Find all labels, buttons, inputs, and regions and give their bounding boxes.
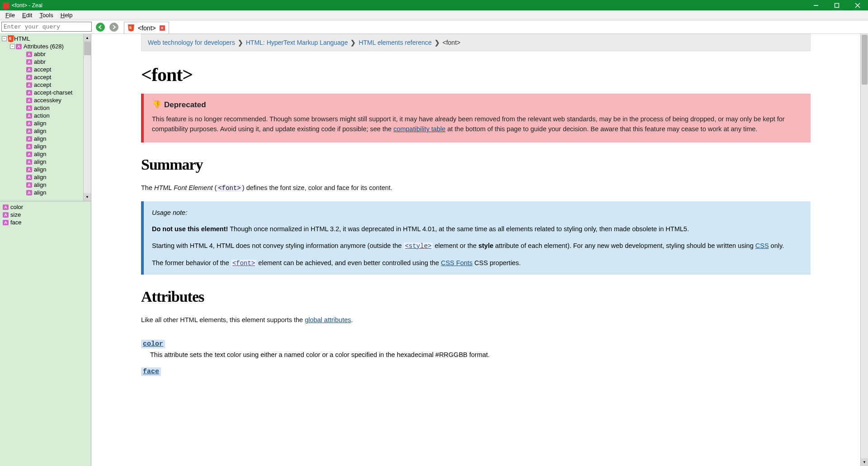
menu-tools[interactable]: Tools (36, 11, 57, 19)
tree-item[interactable]: Aalign (0, 181, 91, 189)
menu-help[interactable]: Help (57, 11, 76, 19)
crumb-elements[interactable]: HTML elements reference (359, 39, 431, 46)
style-element-link[interactable]: <style> (404, 243, 433, 250)
deprecated-banner: 👎Deprecated This feature is no longer re… (141, 94, 811, 143)
minimize-button[interactable] (806, 0, 826, 10)
content-scroll-thumb[interactable] (862, 35, 868, 85)
attributes-intro: Like all other HTML elements, this eleme… (141, 315, 811, 325)
local-attr-item[interactable]: Acolor (1, 203, 90, 211)
tree-item[interactable]: Aalign (0, 127, 91, 135)
menu-file[interactable]: File (2, 11, 19, 19)
scroll-down-icon[interactable]: ▼ (84, 193, 91, 201)
crumb-html[interactable]: HTML: HyperText Markup Language (246, 39, 348, 46)
tree-item[interactable]: Aalign (0, 158, 91, 166)
css-fonts-link[interactable]: CSS Fonts (441, 259, 472, 266)
heading-attributes: Attributes (141, 288, 811, 305)
tree-item[interactable]: −AAttributes (628) (0, 43, 91, 50)
tree-item[interactable]: Aaction (0, 112, 91, 119)
crumb-webtech[interactable]: Web technology for developers (148, 39, 235, 46)
summary-text: The HTML Font Element (<font>) defines t… (141, 183, 811, 193)
breadcrumb: Web technology for developers❯HTML: Hype… (141, 34, 811, 51)
tree-item[interactable]: Aalign (0, 143, 91, 150)
content-pane: Web technology for developers❯HTML: Hype… (91, 34, 868, 466)
svg-rect-1 (835, 3, 839, 7)
tree-item[interactable]: Aalign (0, 173, 91, 181)
page-attributes-list: AcolorAsizeAface (0, 201, 91, 466)
tree-item[interactable]: Aaction (0, 104, 91, 112)
docset-tree[interactable]: − HTML−AAttributes (628)AabbrAabbrAaccep… (0, 34, 91, 201)
tree-item[interactable]: Aaccept (0, 66, 91, 73)
html5-icon (8, 35, 14, 43)
app-icon (3, 2, 9, 9)
sidebar: − HTML−AAttributes (628)AabbrAabbrAaccep… (0, 34, 91, 466)
nav-back-button[interactable] (96, 23, 105, 32)
search-input[interactable] (1, 22, 92, 32)
tree-item[interactable]: Aabbr (0, 58, 91, 66)
nav-forward-button[interactable] (109, 23, 118, 32)
tree-item[interactable]: Aaccesskey (0, 96, 91, 104)
toolbar: <font> × (0, 20, 868, 34)
tree-item[interactable]: Aaccept (0, 81, 91, 89)
tree-item[interactable]: Aaccept (0, 73, 91, 81)
menu-edit[interactable]: Edit (19, 11, 36, 19)
css-link[interactable]: CSS (755, 242, 769, 249)
menu-bar: File Edit Tools Help (0, 10, 868, 20)
html5-icon (128, 24, 134, 32)
heading-summary: Summary (141, 156, 811, 173)
page-title: <font> (141, 64, 811, 86)
doc-tab-font[interactable]: <font> × (124, 22, 169, 33)
title-bar: <font> - Zeal (0, 0, 868, 10)
crumb-current: <font> (443, 39, 461, 46)
tree-item[interactable]: Aalign (0, 166, 91, 173)
maximize-button[interactable] (826, 0, 847, 10)
attr-color-desc: This attribute sets the text color using… (150, 351, 811, 358)
compat-table-link[interactable]: compatibility table (393, 125, 445, 133)
tree-item[interactable]: Aalign (0, 150, 91, 158)
scroll-thumb[interactable] (84, 42, 91, 55)
tab-strip: <font> × (121, 20, 169, 33)
content-scrollbar[interactable]: ▼ (860, 34, 868, 466)
tree-item[interactable]: Aalign (0, 135, 91, 143)
tree-scrollbar[interactable]: ▲ ▼ (83, 34, 91, 201)
scroll-up-icon[interactable]: ▲ (84, 34, 91, 42)
local-attr-item[interactable]: Asize (1, 211, 90, 219)
thumbs-down-icon: 👎 (152, 100, 161, 109)
content-scroll-down-icon[interactable]: ▼ (861, 458, 868, 466)
local-attr-item[interactable]: Aface (1, 219, 90, 226)
attr-color-name[interactable]: color (141, 340, 165, 348)
tree-item[interactable]: Aaccept-charset (0, 89, 91, 96)
close-button[interactable] (847, 0, 868, 10)
tree-item[interactable]: Aalign (0, 119, 91, 127)
attr-face-name[interactable]: face (141, 367, 161, 376)
tree-item[interactable]: − HTML (0, 35, 91, 43)
usage-note: Usage note: Do not use this element! Tho… (141, 201, 811, 275)
global-attributes-link[interactable]: global attributes (305, 316, 351, 323)
tree-item[interactable]: Aabbr (0, 50, 91, 58)
tree-item[interactable]: Aalign (0, 189, 91, 196)
tab-label: <font> (138, 24, 156, 32)
window-title: <font> - Zeal (12, 2, 806, 9)
font-element-link[interactable]: <font> (231, 260, 256, 267)
tab-close-icon[interactable]: × (160, 25, 165, 31)
